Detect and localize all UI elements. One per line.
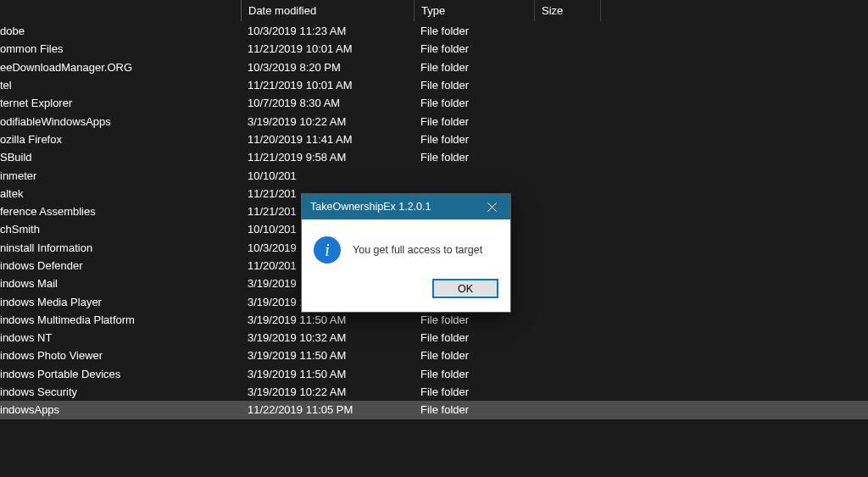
cell-type: File folder	[414, 313, 534, 326]
dialog-body: i You get full access to target	[302, 219, 510, 279]
column-header-size[interactable]: Size	[535, 0, 601, 21]
cell-name: indows Mail	[0, 277, 241, 290]
cell-name: chSmith	[0, 223, 241, 236]
cell-name: indows Portable Devices	[0, 368, 241, 380]
cell-type: File folder	[414, 61, 534, 74]
table-row[interactable]: inmeter10/10/201	[0, 166, 868, 184]
close-icon	[487, 202, 497, 212]
column-header-date[interactable]: Date modified	[242, 0, 415, 21]
dialog-close-button[interactable]	[473, 194, 510, 219]
cell-type: File folder	[414, 385, 534, 398]
cell-name: SBuild	[0, 151, 241, 164]
cell-name: inmeter	[0, 169, 241, 182]
cell-type: File folder	[414, 79, 534, 92]
cell-type: File folder	[414, 349, 534, 362]
table-row[interactable]: indows Photo Viewer3/19/2019 11:50 AMFil…	[0, 347, 868, 364]
cell-name: dobe	[0, 25, 241, 37]
table-row[interactable]: ternet Explorer10/7/2019 8:30 AMFile fol…	[0, 94, 868, 112]
cell-date: 3/19/2019 10:22 AM	[241, 115, 414, 128]
table-row[interactable]: odifiableWindowsApps3/19/2019 10:22 AMFi…	[0, 112, 868, 130]
dialog-title: TakeOwnershipEx 1.2.0.1	[310, 201, 431, 213]
cell-date: 3/19/2019 11:50 AM	[241, 349, 414, 362]
cell-type: File folder	[414, 151, 534, 164]
column-header-row: Date modified Type Size	[0, 0, 868, 22]
cell-type: File folder	[414, 133, 534, 146]
cell-name: indows Photo Viewer	[0, 349, 241, 362]
message-dialog: TakeOwnershipEx 1.2.0.1 i You get full a…	[301, 193, 511, 313]
cell-name: tel	[0, 79, 241, 92]
cell-name: ternet Explorer	[0, 97, 241, 109]
column-header-name[interactable]	[0, 0, 241, 21]
column-header-type[interactable]: Type	[415, 0, 535, 21]
cell-date: 10/10/201	[241, 169, 414, 182]
cell-name: ommon Files	[0, 42, 241, 55]
cell-name: indows Multimedia Platform	[0, 313, 241, 326]
cell-date: 10/3/2019 11:23 AM	[241, 25, 414, 37]
cell-name: indows Security	[0, 385, 241, 398]
cell-name: ninstall Information	[0, 241, 241, 254]
cell-name: indows Media Player	[0, 296, 241, 308]
cell-date: 10/7/2019 8:30 AM	[241, 97, 414, 109]
table-row[interactable]: indows Portable Devices3/19/2019 11:50 A…	[0, 365, 868, 383]
cell-type: File folder	[414, 115, 534, 128]
cell-date: 11/20/2019 11:41 AM	[241, 133, 414, 146]
dialog-button-row: OK	[302, 279, 510, 312]
dialog-titlebar[interactable]: TakeOwnershipEx 1.2.0.1	[302, 194, 510, 219]
ok-button[interactable]: OK	[432, 279, 498, 298]
cell-name: indows NT	[0, 331, 241, 344]
cell-type: File folder	[414, 368, 534, 380]
cell-name: ozilla Firefox	[0, 133, 241, 146]
cell-date: 3/19/2019 11:50 AM	[241, 313, 414, 326]
table-row[interactable]: dobe10/3/2019 11:23 AMFile folder	[0, 22, 868, 40]
cell-date: 11/21/2019 10:01 AM	[241, 79, 414, 92]
table-row[interactable]: eeDownloadManager.ORG10/3/2019 8:20 PMFi…	[0, 58, 868, 76]
cell-date: 11/21/2019 10:01 AM	[241, 42, 414, 55]
dialog-message: You get full access to target	[353, 244, 482, 256]
table-row[interactable]: ommon Files11/21/2019 10:01 AMFile folde…	[0, 40, 868, 58]
cell-type: File folder	[414, 42, 534, 55]
cell-name: ference Assemblies	[0, 205, 241, 218]
cell-date: 3/19/2019 10:22 AM	[241, 385, 414, 398]
table-row[interactable]: indows NT3/19/2019 10:32 AMFile folder	[0, 329, 868, 347]
cell-date: 3/19/2019 10:32 AM	[241, 331, 414, 344]
table-row[interactable]: SBuild11/21/2019 9:58 AMFile folder	[0, 148, 868, 166]
cell-date: 10/3/2019 8:20 PM	[241, 61, 414, 74]
cell-name: indowsApps	[0, 403, 241, 416]
table-row[interactable]: indowsApps11/22/2019 11:05 PMFile folder	[0, 401, 868, 419]
cell-type: File folder	[414, 25, 534, 37]
table-row[interactable]: indows Security3/19/2019 10:22 AMFile fo…	[0, 383, 868, 401]
cell-date: 11/22/2019 11:05 PM	[241, 403, 414, 416]
table-row[interactable]: ozilla Firefox11/20/2019 11:41 AMFile fo…	[0, 130, 868, 148]
cell-date: 11/21/2019 9:58 AM	[241, 151, 414, 164]
cell-date: 3/19/2019 11:50 AM	[241, 368, 414, 380]
cell-name: eeDownloadManager.ORG	[0, 61, 241, 74]
table-row[interactable]: tel11/21/2019 10:01 AMFile folder	[0, 76, 868, 94]
cell-name: indows Defender	[0, 259, 241, 272]
cell-type: File folder	[414, 403, 534, 416]
cell-type: File folder	[414, 331, 534, 344]
info-icon: i	[314, 236, 341, 263]
cell-name: altek	[0, 187, 241, 200]
cell-name: odifiableWindowsApps	[0, 115, 241, 128]
cell-type: File folder	[414, 97, 534, 109]
table-row[interactable]: indows Multimedia Platform3/19/2019 11:5…	[0, 311, 868, 329]
